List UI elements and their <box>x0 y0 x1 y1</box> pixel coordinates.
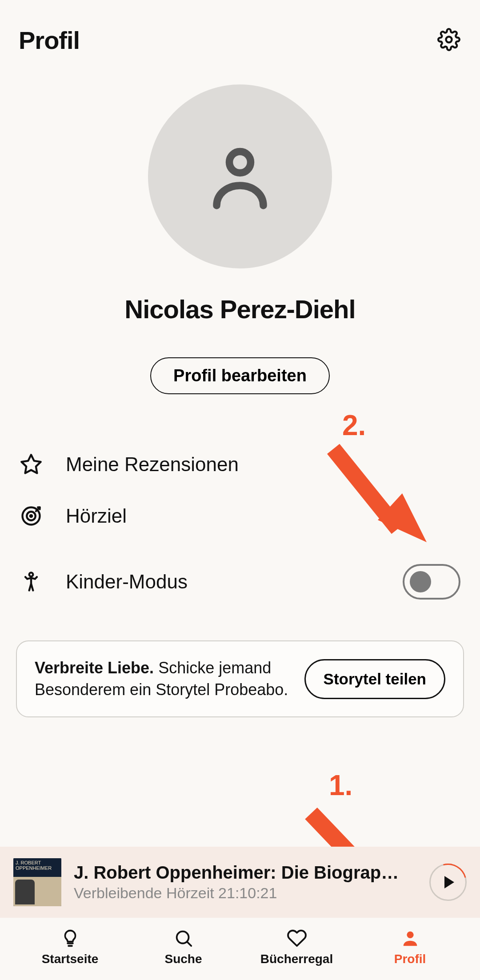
gear-icon <box>437 28 460 52</box>
nav-label-home: Startseite <box>42 952 99 966</box>
child-icon <box>20 570 43 593</box>
nav-home[interactable]: Startseite <box>13 928 127 966</box>
menu-list: Meine Rezensionen Hörziel <box>0 439 480 614</box>
menu-item-reviews[interactable]: Meine Rezensionen <box>20 439 460 490</box>
menu-label-goal: Hörziel <box>66 505 460 527</box>
nav-profile[interactable]: Profil <box>353 928 467 966</box>
kids-mode-toggle[interactable] <box>403 564 460 600</box>
menu-label-reviews: Meine Rezensionen <box>66 453 460 476</box>
bottom-nav: Startseite Suche Bücherregal <box>0 918 480 980</box>
share-storytel-button[interactable]: Storytel teilen <box>304 659 445 699</box>
player-subtitle: Verbleibende Hörzeit 21:10:21 <box>74 884 417 902</box>
profile-section: Nicolas Perez-Diehl Profil bearbeiten <box>0 62 480 394</box>
player-title: J. Robert Oppenheimer: Die Biograp… <box>74 863 417 883</box>
player-info: J. Robert Oppenheimer: Die Biograp… Verb… <box>74 863 417 902</box>
share-text: Verbreite Liebe. Schicke jemand Besonder… <box>35 657 291 700</box>
nav-shelf[interactable]: Bücherregal <box>240 928 353 966</box>
nav-search[interactable]: Suche <box>127 928 240 966</box>
share-card: Verbreite Liebe. Schicke jemand Besonder… <box>16 640 464 717</box>
nav-label-shelf: Bücherregal <box>260 952 333 966</box>
heart-icon <box>287 928 307 948</box>
mini-player[interactable]: J. ROBERT OPPENHEIMER J. Robert Oppenhei… <box>0 847 480 918</box>
menu-label-kids: Kinder-Modus <box>66 571 380 593</box>
progress-arc <box>423 857 474 908</box>
profile-name: Nicolas Perez-Diehl <box>124 294 355 324</box>
header: Profil <box>0 0 480 62</box>
share-text-bold: Verbreite Liebe. <box>35 659 154 677</box>
play-button[interactable] <box>429 864 467 901</box>
screen: Profil Nicolas Perez-Diehl Profil bearbe… <box>0 0 480 980</box>
svg-point-0 <box>446 36 452 42</box>
settings-button[interactable] <box>436 28 461 52</box>
svg-point-5 <box>30 515 32 517</box>
svg-point-13 <box>407 932 413 938</box>
toggle-knob <box>410 571 431 592</box>
book-cover: J. ROBERT OPPENHEIMER <box>13 858 61 906</box>
page-title: Profil <box>19 26 80 55</box>
annotation-1-label: 1. <box>329 769 352 802</box>
svg-line-12 <box>187 942 191 946</box>
target-icon <box>20 504 43 528</box>
svg-point-6 <box>29 572 33 576</box>
annotation-2-label: 2. <box>342 409 366 442</box>
person-fill-icon <box>400 928 420 948</box>
menu-item-goal[interactable]: Hörziel <box>20 490 460 542</box>
menu-item-kids: Kinder-Modus <box>20 542 460 614</box>
search-icon <box>173 928 194 948</box>
book-cover-title: J. ROBERT OPPENHEIMER <box>13 858 61 877</box>
edit-profile-button[interactable]: Profil bearbeiten <box>150 357 330 394</box>
nav-label-search: Suche <box>164 952 202 966</box>
star-icon <box>20 453 43 476</box>
svg-point-1 <box>229 152 251 173</box>
nav-label-profile: Profil <box>394 952 426 966</box>
lightbulb-icon <box>60 928 80 948</box>
svg-marker-2 <box>21 455 40 473</box>
avatar[interactable] <box>148 84 332 268</box>
person-icon <box>200 136 280 217</box>
